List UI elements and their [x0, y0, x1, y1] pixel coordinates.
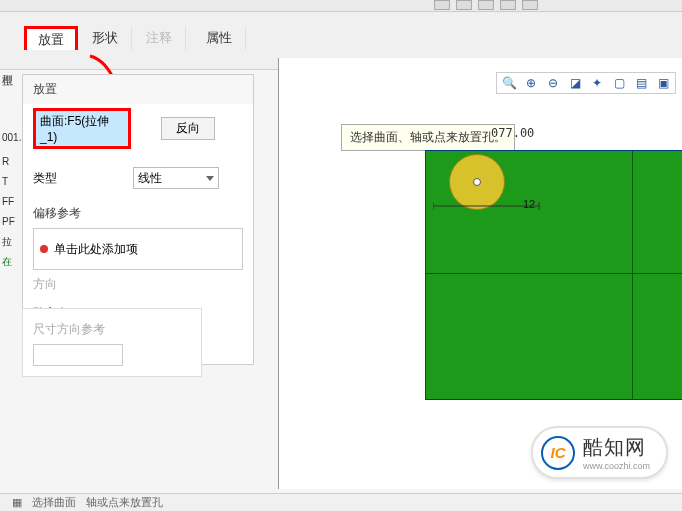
watermark-url: www.coozhi.com	[583, 461, 650, 471]
dim-dir-label: 尺寸方向参考	[33, 315, 191, 344]
pause-icon[interactable]	[434, 0, 450, 10]
zoom-fit-icon[interactable]: ⊕	[522, 74, 540, 92]
info-icon[interactable]	[456, 0, 472, 10]
bullet-icon	[40, 245, 48, 253]
status-text-b: 轴或点来放置孔	[86, 495, 163, 510]
tree-ff[interactable]: FF	[2, 192, 20, 212]
tab-annotate: 注释	[132, 26, 186, 50]
zoom-out-icon[interactable]: ⊖	[544, 74, 562, 92]
add-item-text: 单击此处添加项	[54, 241, 138, 258]
type-label: 类型	[33, 170, 57, 187]
tab-properties[interactable]: 属性	[192, 26, 246, 50]
horizontal-axis	[426, 273, 682, 274]
reverse-button[interactable]: 反向	[161, 117, 215, 140]
type-value: 线性	[138, 170, 162, 187]
watermark-name: 酷知网	[583, 434, 650, 461]
refresh-icon[interactable]	[478, 0, 494, 10]
dimension-z: 077.00	[491, 126, 534, 140]
shade-icon[interactable]: ◪	[566, 74, 584, 92]
offset-ref-label: 偏移参考	[33, 199, 243, 228]
hole-center-icon	[473, 178, 481, 186]
tree-r[interactable]: R	[2, 152, 20, 172]
zoom-in-icon[interactable]: 🔍	[500, 74, 518, 92]
dim-dir-input[interactable]	[33, 344, 123, 366]
tab-shape[interactable]: 形状	[78, 26, 132, 50]
panel-header: 放置	[23, 75, 253, 104]
spin-icon[interactable]: ✦	[588, 74, 606, 92]
viewport-3d[interactable]: 🔍 ⊕ ⊖ ◪ ✦ ▢ ▤ ▣ 选择曲面、轴或点来放置孔。 077.00 12	[278, 58, 682, 489]
watermark: IC 酷知网 www.coozhi.com	[531, 426, 668, 479]
save-view-icon[interactable]: ▣	[654, 74, 672, 92]
tree-t[interactable]: T	[2, 172, 20, 192]
model-tree-label: 型根	[0, 58, 15, 66]
dim-dir-panel: 尺寸方向参考	[22, 308, 202, 377]
watermark-logo-icon: IC	[541, 436, 575, 470]
dimension-diameter: 12	[523, 198, 535, 210]
box-icon[interactable]: ▢	[610, 74, 628, 92]
status-bar: ▦ 选择曲面 轴或点来放置孔	[0, 493, 682, 511]
close-icon[interactable]	[522, 0, 538, 10]
tree-extrude2[interactable]: 在	[2, 252, 20, 272]
placement-surface-field[interactable]: 曲面:F5(拉伸_1)	[33, 108, 131, 149]
view-toolbar: 🔍 ⊕ ⊖ ◪ ✦ ▢ ▤ ▣	[496, 72, 676, 94]
status-icon: ▦	[12, 496, 22, 509]
type-select[interactable]: 线性	[133, 167, 219, 189]
vertical-axis	[632, 151, 633, 399]
status-text-a: 选择曲面	[32, 495, 76, 510]
layers-icon[interactable]: ▤	[632, 74, 650, 92]
tree-file[interactable]: 001.P	[2, 128, 20, 148]
top-controls	[434, 0, 682, 12]
chevron-down-icon	[206, 176, 214, 181]
tab-place[interactable]: 放置	[24, 26, 78, 50]
tree-pf[interactable]: PF	[2, 212, 20, 232]
viewport-tooltip: 选择曲面、轴或点来放置孔。	[341, 124, 515, 151]
tree-extrude1[interactable]: 拉	[2, 232, 20, 252]
offset-ref-add[interactable]: 单击此处添加项	[33, 228, 243, 270]
direction-label: 方向	[33, 270, 243, 299]
check-icon[interactable]	[500, 0, 516, 10]
left-strip: 型根	[0, 58, 20, 66]
